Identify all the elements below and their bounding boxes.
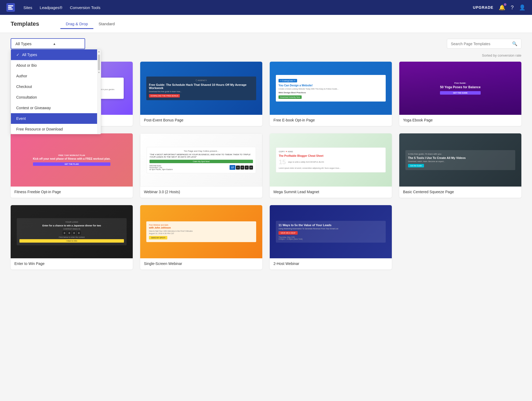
template-thumb-post-event: ⬡ AGENCY Free Guide: The Schedule Hack T…: [140, 62, 262, 115]
template-label-yoga: Yoga Ebook Page: [399, 115, 521, 126]
dropdown-item-label: Consultation: [16, 95, 37, 99]
dropdown-item-author[interactable]: Author: [11, 71, 97, 81]
dropdown-selected-label: All Types: [15, 41, 32, 46]
svg-rect-2: [8, 7, 12, 8]
notifications-button[interactable]: 🔔: [499, 4, 505, 11]
tab-standard[interactable]: Standard: [93, 19, 120, 29]
page-title: Templates: [11, 20, 39, 27]
svg-rect-1: [8, 5, 13, 6]
template-card-yoga[interactable]: Free Guide: 50 Yoga Poses for Balance GE…: [399, 62, 521, 126]
dropdown-item-free-resource[interactable]: Free Resource or Download: [11, 124, 97, 134]
navbar-links: Sites Leadpages® Conversion Tools: [23, 5, 464, 10]
template-card-enter-to-win[interactable]: YOUR LOGO Enter for a chance to win a Ja…: [11, 205, 133, 269]
template-thumb-free-ebook: < CodingCatz /> You Can Design a Website…: [270, 62, 392, 115]
svg-rect-3: [8, 9, 13, 10]
tabs: Drag & Drop Standard: [60, 19, 120, 28]
dropdown-item-checkout[interactable]: Checkout: [11, 81, 97, 92]
scroll-thumb[interactable]: [98, 54, 100, 70]
search-box[interactable]: 🔍: [447, 39, 521, 49]
blogger-preview: COPY ✦ KING The Profitable Blogger Cheat…: [276, 147, 386, 172]
template-thumb-2host: 11 Ways to 5x the Value of Your Leads Us…: [270, 205, 392, 258]
template-label-mega-summit: Mega Summit Lead Magnet: [270, 187, 392, 198]
dropdown-scrollbar-track[interactable]: ▲ ▼: [97, 49, 101, 134]
template-thumb-single-webinar: Free Webinar and Q&A with John Johnson H…: [140, 205, 262, 258]
scroll-up-arrow[interactable]: ▲: [98, 50, 100, 53]
type-filter-dropdown[interactable]: All Types ▲ ✓ All Types About or Bio Aut…: [11, 38, 85, 49]
dropdown-item-event[interactable]: Event: [11, 113, 97, 124]
single-webinar-preview: Free Webinar and Q&A with John Johnson H…: [146, 221, 256, 242]
template-card-fitness[interactable]: FREE 7 DAY WORKOUT PLAN Kick off your ne…: [11, 133, 133, 198]
template-label-post-event: Post-Event Bonus Page: [140, 115, 262, 126]
template-label-single-webinar: Single-Screen Webinar: [140, 258, 262, 269]
dropdown-item-about-bio[interactable]: About or Bio: [11, 60, 97, 71]
check-icon: ✓: [16, 53, 19, 57]
template-card-free-ebook[interactable]: < CodingCatz /> You Can Design a Website…: [270, 62, 392, 126]
template-card-single-webinar[interactable]: Free Webinar and Q&A with John Johnson H…: [140, 205, 262, 269]
template-thumb-webinar30: Tim Paige and Clay Collins present... "T…: [140, 133, 262, 187]
twohost-preview: 11 Ways to 5x the Value of Your Leads Us…: [276, 221, 386, 243]
upgrade-button[interactable]: UPGRADE: [473, 5, 493, 10]
chevron-up-icon: ▲: [53, 42, 56, 46]
dropdown-scrollbar: ✓ All Types About or Bio Author Checkout…: [11, 49, 101, 134]
nav-sites[interactable]: Sites: [23, 5, 32, 10]
search-input[interactable]: [451, 42, 510, 46]
dropdown-item-label: Free Resource or Download: [16, 127, 63, 131]
template-thumb-mega-summit: COPY ✦ KING The Profitable Blogger Cheat…: [270, 133, 392, 187]
search-icon: 🔍: [512, 41, 517, 46]
template-card-basic-squeeze[interactable]: In this free guide, I'll share with you:…: [399, 133, 521, 198]
template-thumb-fitness: FREE 7 DAY WORKOUT PLAN Kick off your ne…: [11, 133, 133, 187]
agency-preview: ⬡ AGENCY Free Guide: The Schedule Hack T…: [146, 77, 256, 100]
page-header: Templates Drag & Drop Standard: [0, 15, 532, 33]
dropdown-item-label: All Types: [22, 53, 37, 57]
template-card-post-event[interactable]: ⬡ AGENCY Free Guide: The Schedule Hack T…: [140, 62, 262, 126]
dropdown-item-label: About or Bio: [16, 63, 37, 67]
contest-preview: YOUR LOGO Enter for a chance to win a Ja…: [17, 218, 127, 245]
template-label-free-ebook: Free E-book Opt-in Page: [270, 115, 392, 126]
webinar-preview: Tim Paige and Clay Collins present... "T…: [147, 147, 256, 173]
template-label-2host: 2-Host Webinar: [270, 258, 392, 269]
template-thumb-basic-squeeze: In this free guide, I'll share with you:…: [399, 133, 521, 187]
dropdown-item-all-types[interactable]: ✓ All Types: [11, 49, 97, 60]
tab-drag-drop[interactable]: Drag & Drop: [60, 19, 93, 29]
template-label-fitness: Fitness Freebie Opt-in Page: [11, 187, 133, 198]
notification-badge: [504, 3, 506, 6]
logo[interactable]: [6, 3, 15, 12]
template-thumb-yoga: Free Guide: 50 Yoga Poses for Balance GE…: [399, 62, 521, 115]
dropdown-item-label: Author: [16, 74, 27, 78]
fitness-overlay: FREE 7 DAY WORKOUT PLAN Kick off your ne…: [11, 133, 133, 187]
nav-leadpages[interactable]: Leadpages®: [40, 5, 62, 10]
template-label-webinar30: Webinar 3.0 (2 Hosts): [140, 187, 262, 198]
yoga-overlay: Free Guide: 50 Yoga Poses for Balance GE…: [399, 62, 521, 115]
scroll-down-arrow[interactable]: ▼: [98, 71, 100, 74]
dropdown-item-label: Event: [16, 116, 26, 121]
template-card-2host[interactable]: 11 Ways to 5x the Value of Your Leads Us…: [270, 205, 392, 269]
dropdown-item-consultation[interactable]: Consultation: [11, 92, 97, 103]
template-card-webinar30[interactable]: Tim Paige and Clay Collins present... "T…: [140, 133, 262, 198]
template-label-enter-to-win: Enter to Win Page: [11, 258, 133, 269]
template-card-mega-summit[interactable]: COPY ✦ KING The Profitable Blogger Cheat…: [270, 133, 392, 198]
logo-icon: [6, 3, 15, 12]
user-button[interactable]: 👤: [519, 4, 526, 11]
coding-preview: < CodingCatz /> You Can Design a Website…: [276, 75, 386, 102]
squeeze-preview: In this free guide, I'll share with you:…: [405, 150, 515, 170]
navbar-right: UPGRADE 🔔 ? 👤: [473, 4, 526, 11]
dropdown-item-label: Contest or Giveaway: [16, 106, 51, 110]
dropdown-button[interactable]: All Types ▲: [11, 38, 85, 49]
nav-conversion-tools[interactable]: Conversion Tools: [70, 5, 101, 10]
dropdown-item-contest[interactable]: Contest or Giveaway: [11, 103, 97, 113]
dropdown-menu: ✓ All Types About or Bio Author Checkout…: [11, 49, 101, 134]
help-button[interactable]: ?: [511, 5, 514, 11]
navbar: Sites Leadpages® Conversion Tools UPGRAD…: [0, 0, 532, 15]
dropdown-list: ✓ All Types About or Bio Author Checkout…: [11, 49, 97, 134]
dropdown-item-label: Checkout: [16, 85, 32, 89]
template-thumb-enter-to-win: YOUR LOGO Enter for a chance to win a Ja…: [11, 205, 133, 258]
toolbar: All Types ▲ ✓ All Types About or Bio Aut…: [0, 33, 532, 49]
template-label-basic-squeeze: Basic Centered Squeeze Page: [399, 187, 521, 198]
